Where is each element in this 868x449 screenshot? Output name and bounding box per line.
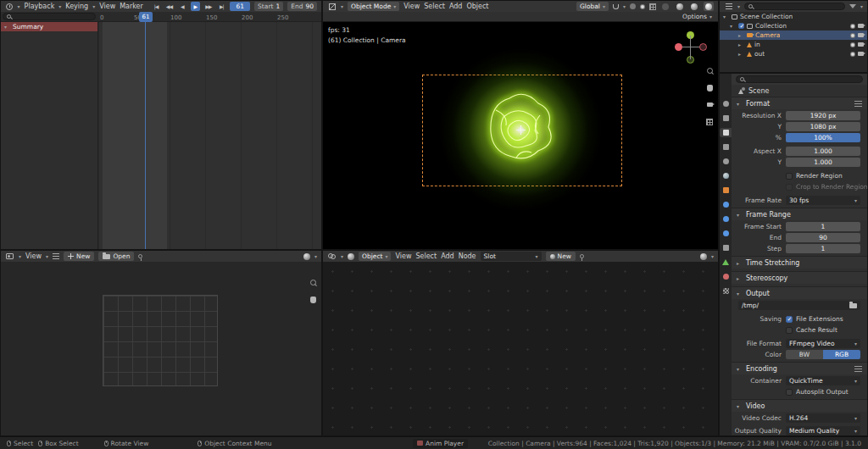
editor-type-button[interactable]	[327, 252, 337, 261]
frame-step-field[interactable]: 1	[786, 244, 860, 253]
tab-material[interactable]	[720, 272, 732, 281]
render-region-checkbox[interactable]	[786, 173, 793, 180]
output-path-field[interactable]: /tmp/	[738, 301, 860, 310]
editor-type-button[interactable]	[724, 3, 733, 11]
options-dropdown[interactable]: Options	[682, 13, 707, 20]
timeline-track-area[interactable]	[98, 22, 321, 249]
panel-video-header[interactable]: Video	[732, 400, 867, 412]
prev-keyframe-button[interactable]: ◀◀	[164, 2, 173, 11]
editor-type-button[interactable]	[5, 252, 14, 261]
panel-encoding-header[interactable]: Encoding	[732, 363, 867, 374]
tab-texture[interactable]	[720, 286, 732, 296]
menu-select[interactable]: Select	[415, 252, 437, 260]
menu-playback[interactable]: Playback	[25, 3, 55, 10]
tab-particles[interactable]	[720, 214, 732, 224]
disclosure-triangle-icon[interactable]	[738, 42, 744, 47]
panel-format-header[interactable]: Format	[732, 97, 867, 109]
crop-region-checkbox[interactable]	[786, 184, 793, 191]
outliner-row-in[interactable]: in	[720, 40, 867, 49]
tab-constraints[interactable]	[720, 243, 732, 252]
ortho-perspective-icon[interactable]	[704, 117, 715, 126]
container-dropdown[interactable]: QuickTime	[786, 376, 860, 385]
editor-type-button[interactable]	[327, 3, 337, 11]
show-overlays-icon[interactable]	[640, 4, 645, 9]
frame-end-field[interactable]: 90	[786, 233, 860, 242]
proportional-editing-icon[interactable]	[630, 3, 636, 9]
zoom-tool-icon[interactable]	[704, 66, 715, 75]
open-image-button[interactable]: Open	[98, 252, 134, 261]
cache-result-checkbox[interactable]	[786, 327, 793, 334]
tab-render[interactable]	[720, 114, 732, 123]
pin-icon[interactable]	[580, 254, 584, 258]
current-frame-field[interactable]: 61	[230, 2, 250, 11]
properties-search-input[interactable]	[736, 75, 863, 83]
outliner-row-out[interactable]: out	[720, 49, 867, 58]
new-image-button[interactable]: New	[64, 252, 94, 261]
summary-channel-row[interactable]: Summary	[1, 22, 97, 31]
color-rgb-button[interactable]: RGB	[823, 350, 860, 359]
editor-type-button[interactable]	[5, 3, 14, 11]
anim-player-indicator[interactable]: Anim Player	[413, 439, 468, 448]
panel-stereoscopy-header[interactable]: Stereoscopy	[732, 272, 867, 284]
pan-tool-icon[interactable]	[704, 83, 715, 92]
disable-in-render-icon[interactable]	[858, 52, 864, 56]
tab-world[interactable]	[720, 171, 732, 180]
hide-in-viewport-icon[interactable]	[850, 24, 855, 29]
frame-start-field[interactable]: 1	[786, 222, 860, 231]
menu-add[interactable]: Add	[449, 3, 463, 10]
tab-tool[interactable]	[720, 99, 732, 108]
outliner-search-input[interactable]	[744, 3, 845, 10]
hide-in-viewport-icon[interactable]	[850, 42, 855, 47]
material-slot-dropdown[interactable]: Slot	[481, 252, 542, 261]
file-format-dropdown[interactable]: FFmpeg Video	[786, 339, 860, 348]
navigation-gizmo[interactable]	[676, 32, 706, 63]
resolution-percent-slider[interactable]: 100%	[786, 133, 860, 142]
camera-view-icon[interactable]	[704, 100, 715, 109]
hide-in-viewport-icon[interactable]	[850, 52, 855, 57]
channel-search-input[interactable]	[3, 13, 96, 20]
pan-tool-icon[interactable]	[308, 295, 318, 304]
transform-orientation-dropdown[interactable]: Global	[576, 2, 609, 11]
snap-magnet-icon[interactable]	[613, 4, 619, 9]
gizmo-axis-x-icon[interactable]	[699, 43, 707, 51]
frame-rate-dropdown[interactable]: 30 fps	[786, 196, 860, 205]
panel-output-header[interactable]: Output	[732, 287, 867, 299]
zoom-tool-icon[interactable]	[308, 278, 318, 287]
collection-checkbox[interactable]	[738, 23, 744, 29]
filter-icon[interactable]	[849, 4, 856, 8]
color-bw-button[interactable]: BW	[786, 350, 823, 359]
gizmo-axis-y-icon[interactable]	[687, 31, 694, 39]
gizmo-axis-y-neg-icon[interactable]	[687, 56, 694, 64]
tab-output[interactable]	[720, 128, 732, 137]
autosplit-checkbox[interactable]	[786, 389, 793, 396]
node-canvas[interactable]	[323, 262, 718, 435]
new-material-button[interactable]: New	[546, 252, 576, 261]
outliner-row-collection[interactable]: Collection	[720, 21, 867, 30]
mode-dropdown[interactable]: Object Mode	[348, 2, 399, 11]
resolution-x-field[interactable]: 1920 px	[786, 111, 860, 120]
outliner-row-scene-collection[interactable]: Scene Collection	[720, 12, 867, 21]
jump-to-start-button[interactable]: |◀	[152, 2, 160, 11]
menu-add[interactable]: Add	[441, 252, 454, 260]
hide-in-viewport-icon[interactable]	[850, 33, 855, 38]
uv-grid[interactable]	[103, 295, 218, 386]
show-gizmo-icon[interactable]	[649, 3, 656, 10]
tab-view-layer[interactable]	[720, 142, 732, 152]
menu-marker[interactable]: Marker	[120, 3, 143, 10]
frame-start-field[interactable]: Start1	[254, 2, 283, 11]
disable-in-render-icon[interactable]	[858, 24, 864, 28]
resolution-y-field[interactable]: 1080 px	[786, 122, 860, 131]
aspect-x-field[interactable]: 1.000	[786, 147, 860, 156]
folder-icon[interactable]	[849, 303, 857, 308]
menu-view[interactable]: View	[403, 3, 420, 10]
jump-to-end-button[interactable]: ▶|	[217, 2, 225, 11]
frame-end-field[interactable]: End90	[287, 2, 317, 11]
disclosure-triangle-icon[interactable]	[738, 51, 744, 57]
shading-solid-icon[interactable]	[675, 2, 685, 11]
disable-in-render-icon[interactable]	[858, 33, 864, 37]
shader-context-dropdown[interactable]: Object	[359, 252, 391, 261]
tab-scene[interactable]	[720, 157, 732, 166]
menu-view[interactable]: View	[99, 3, 115, 10]
disclosure-triangle-icon[interactable]	[730, 23, 736, 29]
tab-modifiers[interactable]	[720, 200, 732, 209]
